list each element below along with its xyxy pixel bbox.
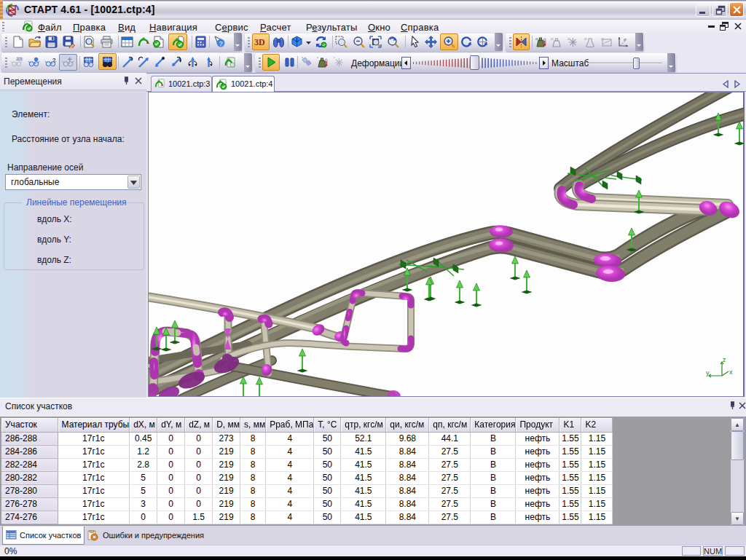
svg-text:σ: σ	[624, 37, 627, 42]
svg-text:σ: σ	[601, 36, 604, 41]
svg-text:σ: σ	[535, 36, 538, 41]
svg-text:σ: σ	[551, 36, 554, 41]
svg-text:?: ?	[52, 57, 56, 63]
svg-text:?: ?	[219, 40, 222, 47]
svg-text:x: x	[729, 368, 733, 376]
svg-text:σ: σ	[584, 36, 587, 41]
svg-text:y: y	[706, 369, 710, 376]
svg-text:JOI: JOI	[16, 57, 22, 61]
svg-text:σ: σ	[568, 36, 570, 41]
svg-text:z: z	[723, 356, 726, 363]
